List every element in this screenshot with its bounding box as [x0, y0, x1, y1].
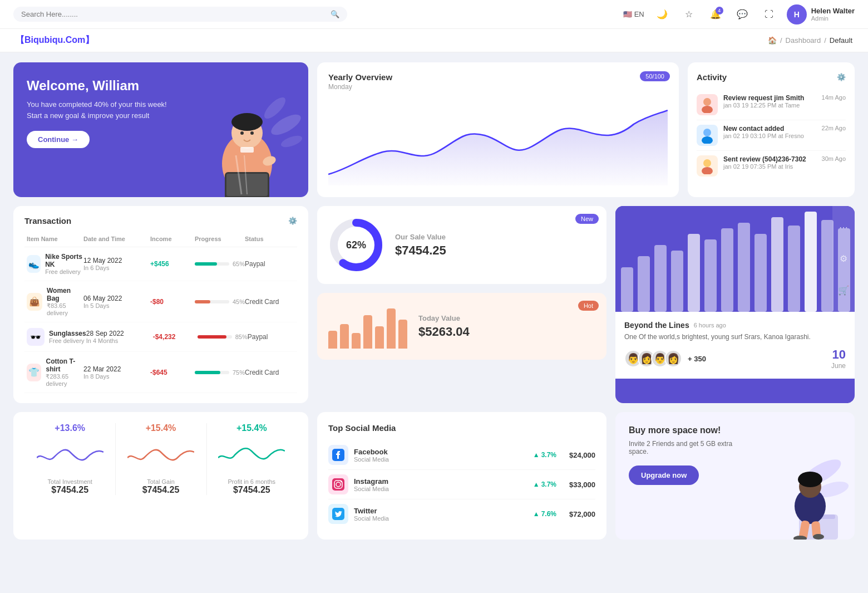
activity-thumb-3 — [697, 155, 718, 177]
svg-point-2 — [279, 134, 303, 150]
datesub-1: In 6 Days — [83, 264, 150, 271]
welcome-card: Welcome, William You have completed 40% … — [13, 62, 308, 197]
transaction-settings-icon[interactable]: ⚙️ — [288, 217, 297, 225]
transaction-card: Transaction ⚙️ Item Name Date and Time I… — [13, 206, 308, 403]
twitter-type: Social Media — [354, 515, 527, 522]
sale-value-card: New 62% Our Sale Value $7454.25 — [317, 206, 606, 284]
row1: Welcome, William You have completed 40% … — [13, 62, 855, 197]
svg-rect-24 — [638, 256, 650, 312]
activity-info-1: Review request jim Smith jan 03 19 12:25… — [723, 94, 816, 109]
status-1: Paypal — [245, 260, 295, 268]
col-date: Date and Time — [83, 236, 150, 242]
activity-settings-icon[interactable]: ⚙️ — [837, 73, 846, 81]
fullscreen-icon[interactable]: ⛶ — [760, 6, 778, 23]
beyond-info: Beyond the Lines 6 hours ago One Of the … — [615, 312, 855, 379]
svg-point-15 — [702, 106, 713, 113]
today-bar — [398, 320, 407, 349]
instagram-change: ▲ 3.7% — [533, 481, 556, 488]
svg-rect-34 — [805, 212, 817, 312]
facebook-name: Facebook — [354, 448, 527, 456]
space-card: Buy more space now! Invite 2 Friends and… — [615, 412, 855, 540]
topnav: 🔍 🇺🇸 EN 🌙 ☆ 🔔 4 💬 ⛶ H Helen Walter Admin — [0, 0, 868, 29]
beyond-cart-icon[interactable]: 🛒 — [838, 285, 849, 296]
main-content: Welcome, William You have completed 40% … — [0, 52, 868, 550]
social-title: Top Social Media — [328, 423, 595, 433]
donut-label: 62% — [346, 239, 366, 251]
mid-col: New 62% Our Sale Value $7454.25 Hot — [317, 206, 606, 403]
beyond-desc: One Of the world,s brightest, young surf… — [624, 333, 846, 341]
user-menu[interactable]: H Helen Walter Admin — [787, 4, 855, 24]
facebook-change: ▲ 3.7% — [533, 451, 556, 459]
notification-icon[interactable]: 🔔 4 — [707, 6, 724, 23]
home-icon: 🏠 — [768, 36, 777, 45]
welcome-illustration — [186, 62, 308, 197]
activity-thumb-1 — [697, 94, 718, 115]
flag-icon: 🇺🇸 — [623, 10, 632, 18]
yearly-chart — [328, 96, 668, 187]
table-row: 🕶️ Sunglasses Free delivery 28 Sep 2022 … — [24, 322, 297, 352]
new-badge: New — [575, 214, 599, 224]
beyond-chart: ⋯ ⚙ 🛒 — [615, 206, 855, 312]
activity-card: Activity ⚙️ Review request jim Smith jan… — [688, 62, 855, 197]
upgrade-button[interactable]: Upgrade now — [629, 465, 699, 485]
brand-logo[interactable]: 【Biqubiqu.Com】 — [16, 35, 94, 46]
instagram-type: Social Media — [354, 486, 527, 492]
activity-time-3: 30m Ago — [822, 155, 846, 162]
svg-point-16 — [703, 129, 711, 136]
dark-mode-toggle[interactable]: 🌙 — [653, 6, 671, 23]
table-row: 👜 Women Bag ₹83.65 delivery 06 May 2022 … — [24, 281, 297, 322]
search-bar[interactable]: 🔍 — [13, 7, 347, 22]
yearly-overview-card: Yearly Overview Monday 50/100 — [317, 62, 679, 197]
svg-rect-25 — [654, 245, 667, 312]
beyond-date: 10 June — [831, 347, 846, 370]
search-input[interactable] — [21, 10, 326, 18]
today-bar — [363, 315, 372, 349]
item-sub-3: Free delivery — [49, 337, 86, 344]
beyond-sidebar: ⋯ ⚙ 🛒 — [832, 206, 855, 312]
user-name: Helen Walter — [811, 7, 855, 15]
breadcrumb-default[interactable]: Default — [830, 36, 852, 45]
breadcrumb-dashboard[interactable]: Dashboard — [786, 36, 821, 45]
space-title: Buy more space now! — [629, 425, 740, 435]
social-media-card: Top Social Media Facebook Social Media ▲… — [317, 412, 606, 540]
row3: +13.6% Total Investment $7454.25 +15.4% … — [13, 412, 855, 540]
beyond-gear-icon[interactable]: ⚙ — [840, 253, 847, 264]
topnav-right: 🇺🇸 EN 🌙 ☆ 🔔 4 💬 ⛶ H Helen Walter Admin — [623, 4, 855, 24]
svg-rect-26 — [671, 251, 683, 312]
twitter-change: ▲ 7.6% — [533, 510, 556, 518]
social-name-instagram: Instagram Social Media — [354, 477, 527, 492]
welcome-subtitle: You have completed 40% of your this week… — [27, 99, 171, 121]
svg-rect-32 — [771, 217, 783, 312]
today-bars — [328, 304, 407, 349]
favorites-icon[interactable]: ☆ — [680, 6, 698, 23]
today-bar — [340, 324, 349, 349]
instagram-name: Instagram — [354, 477, 527, 486]
messages-icon[interactable]: 💬 — [733, 6, 751, 23]
stats-row: +13.6% Total Investment $7454.25 +15.4% … — [24, 423, 297, 495]
svg-rect-33 — [788, 226, 800, 312]
activity-sub-1: jan 03 19 12:25 PM at Tame — [723, 102, 816, 109]
language-selector[interactable]: 🇺🇸 EN — [623, 10, 644, 18]
activity-title: Activity — [697, 72, 727, 82]
stat-wave-2 — [127, 441, 194, 469]
continue-button[interactable]: Continue → — [27, 131, 90, 148]
activity-title-1: Review request jim Smith — [723, 94, 816, 102]
up-icon: ▲ — [533, 510, 540, 518]
table-row: 👕 Cotton T-shirt ₹283.65 delivery 22 Mar… — [24, 352, 297, 393]
donut-chart: 62% — [328, 217, 384, 273]
activity-title-2: New contact added — [723, 125, 816, 133]
col-item: Item Name — [27, 236, 83, 242]
instagram-icon — [328, 474, 348, 494]
datesub-3: In 4 Months — [86, 337, 153, 344]
activity-list: Review request jim Smith jan 03 19 12:25… — [697, 90, 846, 181]
svg-rect-28 — [704, 239, 717, 312]
svg-rect-23 — [621, 267, 633, 312]
notification-badge: 4 — [716, 7, 723, 14]
space-svg — [760, 450, 849, 540]
welcome-svg — [191, 91, 303, 197]
beyond-dots-icon[interactable]: ⋯ — [839, 222, 848, 233]
stat-amount-3: $7454.25 — [206, 485, 297, 495]
income-2: -$80 — [150, 298, 195, 306]
status-4: Credit Card — [245, 369, 295, 376]
svg-point-53 — [813, 534, 824, 540]
